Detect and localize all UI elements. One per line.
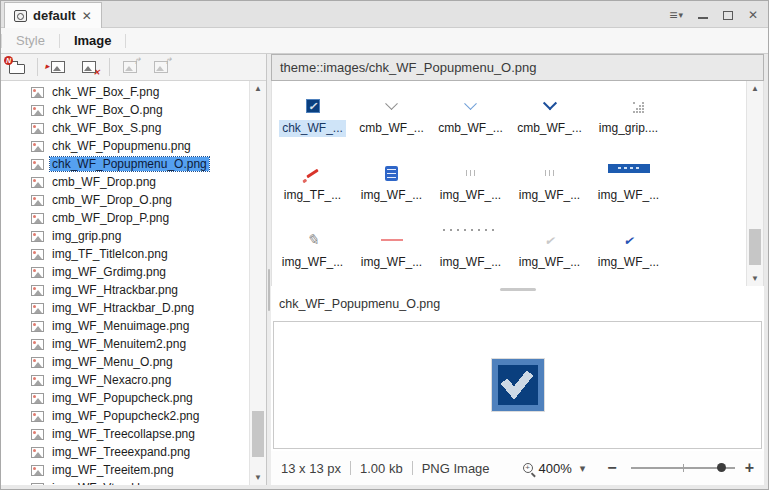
scrollbar-thumb[interactable] — [749, 229, 761, 265]
paste-image-button[interactable] — [150, 56, 172, 78]
horizontal-splitter[interactable] — [271, 286, 764, 293]
open-theme-folder-button[interactable] — [6, 56, 28, 78]
file-item[interactable]: img_WF_Vtrackbar.png — [1, 479, 249, 485]
doc-tab-close-icon[interactable]: ✕ — [82, 9, 92, 23]
zoom-slider-thumb[interactable] — [717, 463, 726, 472]
delete-image-button[interactable] — [78, 56, 100, 78]
file-item[interactable]: img_WF_Htrackbar.png — [1, 281, 249, 299]
file-name: cmb_WF_Drop_O.png — [50, 193, 174, 207]
thumbnail-label: img_WF_... — [358, 187, 425, 204]
thumbnail-cell[interactable]: img_WF_... — [352, 150, 431, 217]
thumbnail-label: img_WF_... — [516, 254, 583, 271]
thumbnail-cell[interactable]: img_WF_... — [273, 217, 352, 284]
thumbnail-cell[interactable]: img_grip.... — [589, 83, 668, 150]
copy-image-button[interactable] — [119, 56, 141, 78]
chevron-grey-icon — [385, 97, 398, 110]
image-file-icon — [31, 483, 44, 486]
toolbar-separator — [37, 58, 38, 76]
thumbnail-cell[interactable]: img_WF_... — [510, 150, 589, 217]
thumbnail-cell[interactable]: img_WF_... — [510, 217, 589, 284]
file-item[interactable]: img_WF_Treeexpand.png — [1, 443, 249, 461]
import-image-button[interactable] — [47, 56, 69, 78]
file-item[interactable]: img_WF_Popupcheck.png — [1, 389, 249, 407]
thumbnail-cell[interactable]: img_WF_... — [589, 217, 668, 284]
file-item[interactable]: img_WF_Menuitem2.png — [1, 335, 249, 353]
file-item[interactable]: img_WF_Menuimage.png — [1, 317, 249, 335]
file-item[interactable]: img_WF_Treeitem.png — [1, 461, 249, 479]
image-file-icon — [31, 339, 44, 350]
tab-image[interactable]: Image — [60, 33, 126, 48]
scrollbar-thumb[interactable] — [252, 411, 264, 457]
image-status-bar: 13 x 13 px 1.00 kb PNG Image 400% − + — [271, 451, 764, 485]
thumbnail-cell[interactable]: cmb_WF_... — [510, 83, 589, 150]
thumbnail-cell[interactable]: img_TF_... — [273, 150, 352, 217]
file-name: img_WF_Htrackbar.png — [50, 283, 180, 297]
bars-grey-icon — [466, 170, 468, 176]
chevron-lightblue-icon — [464, 97, 477, 110]
image-file-list: chk_WF_Box_F.png chk_WF_Box_O.png chk_WF… — [1, 81, 249, 485]
file-item[interactable]: chk_WF_Box_O.png — [1, 101, 249, 119]
file-item[interactable]: chk_WF_Box_S.png — [1, 119, 249, 137]
file-item[interactable]: img_WF_Htrackbar_D.png — [1, 299, 249, 317]
red-stroke-icon — [306, 168, 319, 178]
grip-dots-icon — [633, 102, 635, 104]
thumbnail-label: cmb_WF_... — [514, 120, 585, 137]
thumbnail-cell[interactable]: img_WF_... — [352, 217, 431, 284]
red-line-icon — [381, 239, 403, 241]
close-button[interactable] — [748, 8, 758, 22]
file-item[interactable]: chk_WF_Popupmenu_O.png — [1, 155, 249, 173]
file-name: chk_WF_Popupmenu.png — [50, 139, 193, 153]
file-list-scrollbar[interactable] — [249, 81, 266, 485]
zoom-slider[interactable] — [631, 467, 735, 469]
file-item[interactable]: cmb_WF_Drop_O.png — [1, 191, 249, 209]
file-item[interactable]: chk_WF_Popupmenu.png — [1, 137, 249, 155]
scroll-up-icon[interactable] — [250, 81, 266, 96]
file-item[interactable]: img_WF_Menu_O.png — [1, 353, 249, 371]
file-item[interactable]: img_WF_Popupcheck2.png — [1, 407, 249, 425]
restore-button[interactable] — [723, 11, 733, 20]
file-item[interactable]: img_WF_Treecollapse.png — [1, 425, 249, 443]
file-name: img_WF_Menuimage.png — [50, 319, 191, 333]
doc-tab-default[interactable]: default ✕ — [4, 2, 102, 28]
thumbnail-grid-scrollbar[interactable] — [746, 81, 763, 286]
file-item[interactable]: img_WF_Grdimg.png — [1, 263, 249, 281]
thumbnail-cell[interactable]: img_WF_... — [431, 150, 510, 217]
chevron-blue-icon — [542, 96, 556, 110]
file-item[interactable]: cmb_WF_Drop_P.png — [1, 209, 249, 227]
image-size: 1.00 kb — [360, 461, 403, 476]
thumbnail-cell[interactable]: chk_WF_... — [273, 83, 352, 150]
scroll-up-icon[interactable] — [747, 81, 763, 96]
zoom-in-button[interactable]: + — [745, 459, 754, 477]
thumbnail-cell[interactable]: cmb_WF_... — [431, 83, 510, 150]
file-item[interactable]: cmb_WF_Drop.png — [1, 173, 249, 191]
preview-pane: chk_WF_Popupmenu_O.png — [271, 293, 764, 451]
status-separator — [412, 461, 413, 475]
thumbnail-label: img_grip.... — [596, 120, 661, 137]
thumbnail-cell[interactable]: img_WF_... — [431, 217, 510, 284]
scroll-down-icon[interactable] — [747, 271, 763, 286]
image-list-panel: chk_WF_Box_F.png chk_WF_Box_O.png chk_WF… — [1, 54, 267, 485]
tab-list-menu-icon[interactable] — [669, 7, 683, 23]
file-name: cmb_WF_Drop_P.png — [50, 211, 171, 225]
folder-new-icon — [9, 64, 25, 74]
image-file-icon — [31, 447, 44, 458]
file-item[interactable]: chk_WF_Box_F.png — [1, 83, 249, 101]
zoom-out-button[interactable]: − — [607, 459, 616, 477]
tab-style[interactable]: Style — [2, 33, 59, 48]
zoom-level: 400% — [539, 461, 572, 476]
image-file-icon — [31, 267, 44, 278]
thumbnail-cell[interactable]: img_WF_... — [589, 150, 668, 217]
file-name: img_grip.png — [50, 229, 123, 243]
minimize-button[interactable] — [698, 9, 708, 21]
image-file-icon — [31, 141, 44, 152]
file-item[interactable]: img_WF_Nexacro.png — [1, 371, 249, 389]
image-import-icon — [51, 61, 65, 73]
thumbnail-cell[interactable]: cmb_WF_... — [352, 83, 431, 150]
scroll-down-icon[interactable] — [250, 470, 266, 485]
image-file-icon — [31, 159, 44, 170]
file-item[interactable]: img_grip.png — [1, 227, 249, 245]
file-name: cmb_WF_Drop.png — [50, 175, 158, 189]
file-item[interactable]: img_TF_TitleIcon.png — [1, 245, 249, 263]
thumbnail-area: chk_WF_... cmb_WF_... cmb_WF_... cmb_WF_… — [271, 81, 764, 286]
zoom-dropdown-chevron-icon[interactable] — [580, 462, 586, 475]
